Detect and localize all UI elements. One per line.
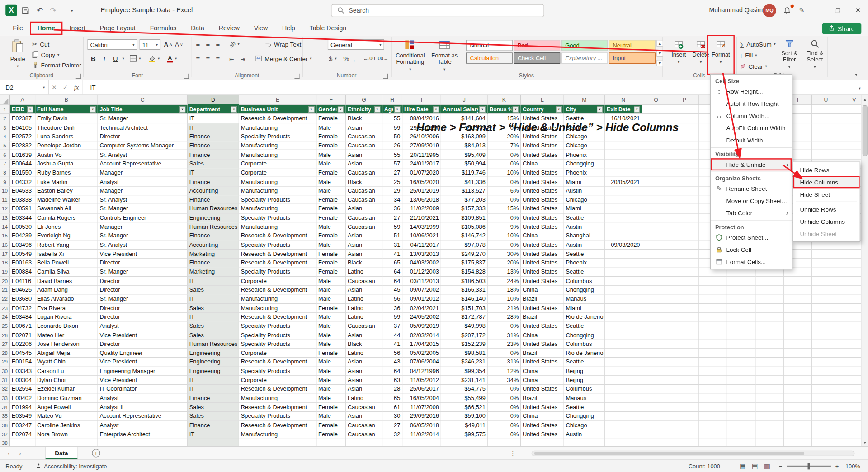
cell[interactable] <box>699 403 727 412</box>
cell[interactable]: Asian <box>346 250 382 259</box>
cell[interactable] <box>642 412 670 421</box>
cell[interactable] <box>840 412 861 421</box>
cell[interactable]: Chongqing <box>564 412 605 421</box>
column-header-V[interactable]: V <box>840 95 861 105</box>
cell[interactable] <box>670 430 699 439</box>
row-header-23[interactable]: 23 <box>0 304 10 313</box>
sheet-prev-icon[interactable]: ‹ <box>3 449 14 457</box>
cell[interactable]: 10% <box>488 295 521 304</box>
cell[interactable]: Female <box>316 114 346 123</box>
column-header-U[interactable]: U <box>812 95 840 105</box>
cell[interactable] <box>188 439 239 446</box>
cell[interactable]: Sr. Manger <box>98 114 188 123</box>
cell[interactable]: E02387 <box>10 114 35 123</box>
cell[interactable]: $175,837 <box>441 259 488 268</box>
cell[interactable] <box>755 403 783 412</box>
cell[interactable] <box>670 150 699 159</box>
cell[interactable]: Phoenix <box>564 168 605 177</box>
cell[interactable]: Caucasian <box>346 132 382 142</box>
cell[interactable]: $95,409 <box>441 150 488 159</box>
cell[interactable] <box>670 177 699 186</box>
cell[interactable]: E00671 <box>10 322 35 331</box>
cell[interactable] <box>784 322 812 331</box>
cell[interactable]: Seattle <box>564 403 605 412</box>
cell[interactable]: Sr. Manger <box>98 204 188 213</box>
cell[interactable]: Ruby Barnes <box>35 168 98 177</box>
cell[interactable] <box>642 304 670 313</box>
cell[interactable]: Manufacturing <box>239 123 316 132</box>
cell[interactable]: Dominic Guzman <box>35 394 98 403</box>
tab-insert[interactable]: Insert <box>63 23 91 33</box>
cell[interactable]: Female <box>316 304 346 313</box>
cell[interactable]: Engineering <box>188 213 239 222</box>
cell[interactable]: Asian <box>346 376 382 385</box>
cell[interactable]: E02206 <box>10 340 35 349</box>
qat-customize-icon[interactable]: ▾ <box>65 5 78 17</box>
cell[interactable] <box>316 439 346 446</box>
cell[interactable]: 27/09/2019 <box>402 141 441 150</box>
row-header-25[interactable]: 25 <box>0 322 10 331</box>
cell[interactable] <box>755 286 783 295</box>
cell[interactable]: United States <box>521 322 564 331</box>
column-header-P[interactable]: P <box>670 95 699 105</box>
cell[interactable] <box>642 222 670 231</box>
cell[interactable]: Speciality Products <box>239 241 316 250</box>
cell[interactable]: $157,333 <box>441 204 488 213</box>
cell[interactable]: 9% <box>488 222 521 231</box>
cell[interactable]: Caucasian <box>346 421 382 430</box>
cell[interactable]: Male <box>316 322 346 331</box>
cell[interactable]: E03496 <box>10 241 35 250</box>
cell[interactable]: 64 <box>382 268 402 277</box>
cell[interactable]: Director <box>98 259 188 268</box>
cell[interactable] <box>642 367 670 376</box>
cell[interactable] <box>784 349 812 358</box>
cell[interactable]: 65 <box>382 394 402 403</box>
cell[interactable]: E02074 <box>10 430 35 439</box>
cell[interactable]: 09/07/2002 <box>402 286 441 295</box>
cell[interactable]: Carson Lu <box>35 367 98 376</box>
cell[interactable]: E04533 <box>10 186 35 195</box>
cell[interactable]: Account Representative <box>98 159 188 168</box>
cell[interactable]: $249,270 <box>441 250 488 259</box>
cell[interactable]: Adam Dang <box>35 286 98 295</box>
cell[interactable]: $84,913 <box>441 141 488 150</box>
cell[interactable] <box>784 403 812 412</box>
cell[interactable]: 57 <box>382 159 402 168</box>
cell[interactable] <box>812 105 840 114</box>
cell[interactable]: 7% <box>488 141 521 150</box>
cell[interactable]: E04332 <box>10 177 35 186</box>
cell[interactable]: $146,742 <box>441 231 488 241</box>
cell[interactable]: Corporate <box>239 159 316 168</box>
cell[interactable] <box>642 295 670 304</box>
row-header-8[interactable]: 8 <box>0 168 10 177</box>
cell[interactable] <box>840 286 861 295</box>
cell[interactable] <box>784 412 812 421</box>
row-header-6[interactable]: 6 <box>0 150 10 159</box>
menu-item-column-width[interactable]: ↔Column Width... <box>711 109 792 122</box>
cell[interactable]: 07/06/2004 <box>402 358 441 367</box>
cell[interactable]: China <box>521 367 564 376</box>
cell[interactable]: Columbus <box>564 385 605 394</box>
tab-help[interactable]: Help <box>276 23 301 33</box>
cell[interactable]: Jose Henderson <box>35 340 98 349</box>
select-all-button[interactable] <box>0 95 10 105</box>
cell[interactable] <box>35 439 98 446</box>
cell[interactable] <box>605 159 642 168</box>
save-icon[interactable] <box>19 5 32 17</box>
cell[interactable]: 36 <box>382 204 402 213</box>
cell[interactable]: 59 <box>382 313 402 322</box>
cell[interactable] <box>755 439 783 446</box>
row-header-12[interactable]: 12 <box>0 204 10 213</box>
cell[interactable]: Black <box>346 259 382 268</box>
menu-item-hide-unhide[interactable]: Hide & Unhide› <box>711 158 792 170</box>
cell[interactable]: Speciality Products <box>239 322 316 331</box>
underline-button[interactable]: U▾ <box>111 54 124 64</box>
cell[interactable] <box>605 150 642 159</box>
cell[interactable]: Austin <box>564 241 605 250</box>
cell[interactable]: Research & Development <box>239 286 316 295</box>
cell[interactable]: United States <box>521 204 564 213</box>
cell[interactable]: Research & Development <box>239 259 316 268</box>
zoom-slider[interactable] <box>787 466 831 467</box>
cell[interactable]: Brazil <box>521 394 564 403</box>
cell[interactable]: Manufacturing <box>239 222 316 231</box>
